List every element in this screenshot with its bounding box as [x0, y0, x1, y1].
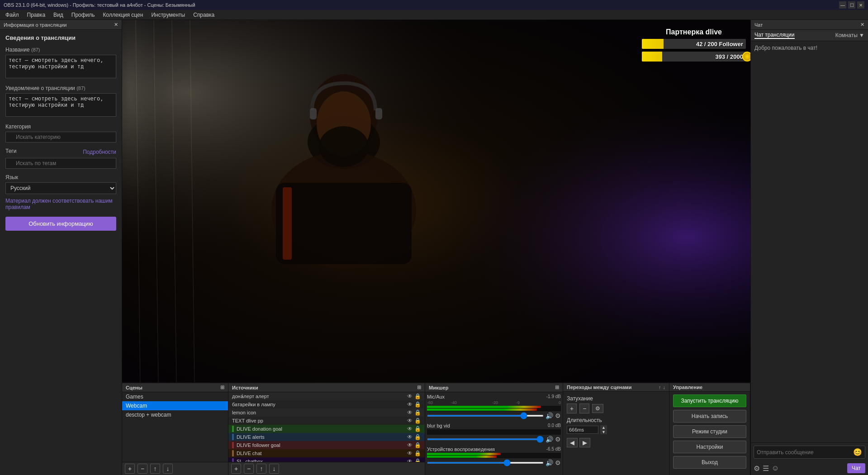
transition-prev-button[interactable]: ◀ [567, 438, 578, 447]
source-eye-icon[interactable]: 👁 [407, 442, 413, 448]
source-eye-icon[interactable]: 👁 [407, 393, 413, 399]
scenes-up-button[interactable]: ↑ [150, 464, 160, 474]
source-eye-icon[interactable]: 👁 [407, 418, 413, 424]
menu-edit[interactable]: Правка [24, 11, 49, 19]
menu-scene-collection[interactable]: Коллекция сцен [100, 11, 147, 19]
scene-item-games[interactable]: Games [122, 392, 228, 401]
source-eye-icon[interactable]: 👁 [407, 450, 413, 456]
source-lock-icon[interactable]: 🔒 [414, 401, 421, 408]
scenes-remove-button[interactable]: − [138, 464, 147, 474]
transition-remove-button[interactable]: − [579, 404, 589, 413]
menu-profile[interactable]: Профиль [68, 11, 99, 19]
chat-rooms-button[interactable]: Комнаты ▼ [835, 32, 864, 38]
sources-expand-icon[interactable]: ⊞ [417, 385, 421, 390]
source-lock-icon[interactable]: 🔒 [414, 393, 421, 399]
source-item-text-dlive[interactable]: TEXT dlive pp 👁 🔒 [228, 417, 425, 425]
studio-mode-button[interactable]: Режим студии [673, 425, 746, 438]
sources-up-button[interactable]: ↑ [256, 464, 266, 474]
minimize-button[interactable]: — [839, 1, 846, 9]
update-info-button[interactable]: Обновить информацию [5, 217, 116, 231]
source-item-batteries[interactable]: батарейки в лампу 👁 🔒 [228, 400, 425, 408]
name-textarea[interactable]: тест — смотреть здесь нечего, тестирую н… [5, 55, 116, 78]
scene-item-webcam[interactable]: Webcam [122, 401, 228, 410]
mixer-mute-mic-icon[interactable]: 🔊 [545, 412, 553, 419]
start-stream-button[interactable]: Запустить трансляцию [673, 394, 746, 407]
gold-coin-icon [742, 52, 750, 62]
menu-file[interactable]: Файл [2, 11, 23, 19]
menu-help[interactable]: Справка [190, 11, 218, 19]
source-lock-icon[interactable]: 🔒 [414, 409, 421, 416]
mixer-volume-blur[interactable] [427, 438, 544, 440]
transitions-collapse-icon[interactable]: ↓ [663, 385, 666, 390]
source-item-donalertalert[interactable]: дона́лерт алерт 👁 🔒 [228, 392, 425, 400]
source-eye-icon[interactable]: 👁 [407, 409, 413, 416]
gold-progress-bg: 393 / 2000 [642, 52, 746, 62]
source-name: TEXT dlive pp [232, 418, 263, 423]
source-item-dlive-chat[interactable]: DLIVE chat 👁 🔒 [228, 449, 425, 457]
notification-textarea[interactable]: тест — смотреть здесь нечего, тестирую н… [5, 93, 116, 117]
menu-view[interactable]: Вид [50, 11, 67, 19]
lang-select[interactable]: Русский English Deutsch [5, 182, 116, 194]
source-lock-icon[interactable]: 🔒 [414, 426, 421, 432]
tags-search-input[interactable] [5, 158, 116, 169]
menu-tools[interactable]: Инструменты [147, 11, 189, 19]
chat-smile-icon[interactable]: ☺ [772, 464, 779, 473]
source-item-dlive-donation[interactable]: DLIVE donation goal 👁 🔒 [228, 425, 425, 433]
source-lock-icon[interactable]: 🔒 [414, 418, 421, 424]
source-eye-icon[interactable]: 👁 [407, 426, 413, 432]
duration-down-button[interactable]: ▼ [600, 430, 607, 434]
duration-control: ▲ ▼ [567, 425, 665, 434]
transitions-expand-icon[interactable]: ↑ [659, 385, 661, 390]
source-lock-icon[interactable]: 🔒 [414, 434, 421, 440]
source-lock-icon[interactable]: 🔒 [414, 458, 421, 462]
maximize-button[interactable]: ☐ [848, 1, 855, 9]
compliance-link[interactable]: Материал должен соответствовать нашим пр… [5, 198, 116, 210]
transition-add-button[interactable]: + [567, 404, 577, 413]
source-item-dlive-follower[interactable]: DLIVE follower goal 👁 🔒 [228, 441, 425, 449]
source-lock-icon[interactable]: 🔒 [414, 442, 421, 448]
source-eye-icon[interactable]: 👁 [407, 401, 413, 408]
chat-header: Чат ✕ [751, 20, 868, 30]
stream-info-close[interactable]: ✕ [114, 22, 118, 28]
source-eye-icon[interactable]: 👁 [407, 458, 413, 462]
mixer-volume-playback[interactable] [427, 462, 544, 464]
tags-details-link[interactable]: Подробности [83, 149, 116, 155]
source-item-sl-chatbox[interactable]: SL_chatbox 👁 🔒 [228, 457, 425, 462]
mixer-settings-blur-icon[interactable]: ⚙ [555, 436, 561, 443]
chat-settings-icon[interactable]: ⚙ [754, 464, 760, 473]
mixer-mute-blur-icon[interactable]: 🔊 [545, 436, 553, 443]
chat-tab-stream[interactable]: Чат трансляции [754, 32, 795, 39]
category-search-input[interactable] [5, 132, 116, 142]
scenes-expand-icon[interactable]: ⊞ [220, 385, 224, 390]
start-record-button[interactable]: Начать запись [673, 410, 746, 423]
chat-close-icon[interactable]: ✕ [860, 22, 864, 28]
duration-input[interactable] [567, 426, 598, 434]
scenes-add-button[interactable]: + [125, 464, 135, 474]
source-item-lemon[interactable]: lemon icon 👁 🔒 [228, 408, 425, 417]
sources-remove-button[interactable]: − [244, 464, 254, 474]
chat-send-button[interactable]: Чат [847, 463, 865, 473]
mixer-settings-mic-icon[interactable]: ⚙ [555, 412, 561, 419]
mixer-expand-icon[interactable]: ⊞ [555, 385, 559, 390]
source-lock-icon[interactable]: 🔒 [414, 450, 421, 456]
chat-message-input[interactable] [757, 449, 853, 456]
transition-next-button[interactable]: ▶ [579, 438, 590, 447]
sources-add-button[interactable]: + [231, 464, 241, 474]
sources-down-button[interactable]: ↓ [269, 464, 279, 474]
scene-item-desktop-webcam[interactable]: desctop + webcam [122, 410, 228, 419]
transition-settings-button[interactable]: ⚙ [592, 404, 603, 413]
source-eye-icon[interactable]: 👁 [407, 434, 413, 440]
source-item-dlive-alerts[interactable]: DLIVE alerts 👁 🔒 [228, 433, 425, 441]
duration-up-button[interactable]: ▲ [600, 425, 607, 430]
chat-list-icon[interactable]: ☰ [763, 464, 769, 473]
close-button[interactable]: ✕ [857, 1, 864, 9]
settings-button[interactable]: Настройки [673, 441, 746, 453]
gold-progress-fill [642, 52, 662, 62]
exit-button[interactable]: Выход [673, 456, 746, 469]
scenes-down-button[interactable]: ↓ [163, 464, 173, 474]
mixer-mute-playback-icon[interactable]: 🔊 [545, 459, 553, 466]
chat-emoji-icon[interactable]: 😊 [853, 448, 862, 456]
category-label: Категория [5, 124, 116, 130]
mixer-settings-playback-icon[interactable]: ⚙ [555, 459, 561, 466]
mixer-volume-mic[interactable] [427, 415, 544, 417]
